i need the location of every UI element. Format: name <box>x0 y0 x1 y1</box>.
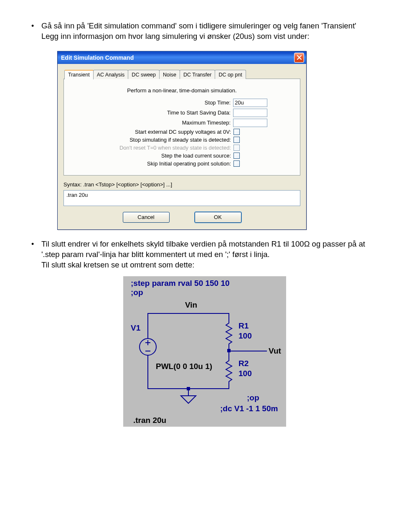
stop-time-input[interactable] <box>233 99 267 107</box>
v1-label: V1 <box>131 323 140 333</box>
directive-dc: ;dc V1 -1 1 50m <box>220 404 278 413</box>
edit-sim-dialog: Edit Simulation Command Transient AC Ana… <box>57 51 307 230</box>
directive-tran: .tran 20u <box>133 416 166 425</box>
r2-value: 100 <box>239 369 252 378</box>
dialog-titlebar: Edit Simulation Command <box>58 51 306 64</box>
no-reset-checkbox <box>233 145 240 151</box>
net-vut: Vut <box>269 346 281 356</box>
resistor-r2-icon <box>225 358 233 384</box>
start-save-input[interactable] <box>233 109 267 117</box>
no-reset-label: Don't reset T=0 when steady state is det… <box>71 145 233 151</box>
tab-noise[interactable]: Noise <box>159 70 180 79</box>
ok-button[interactable]: OK <box>195 212 241 223</box>
ground-icon <box>181 396 196 404</box>
resistor-r1-icon <box>225 321 233 346</box>
cancel-button[interactable]: Cancel <box>123 212 170 223</box>
max-step-input[interactable] <box>233 119 267 127</box>
bullet-1: Gå så inn på 'Edit simulation command' s… <box>27 21 374 42</box>
directive-step: ;step param rval 50 150 10 <box>131 279 230 288</box>
tab-dc-transfer[interactable]: DC Transfer <box>180 70 215 79</box>
step-load-checkbox[interactable] <box>233 153 240 159</box>
r2-label: R2 <box>239 359 249 368</box>
tab-transient[interactable]: Transient <box>64 70 94 79</box>
skip-op-checkbox[interactable] <box>233 160 240 167</box>
net-vin: Vin <box>185 300 197 310</box>
skip-op-label: Skip Initial operating point solution: <box>71 160 233 167</box>
bullet-list-2: Til slutt endrer vi for enkelhets skyld … <box>27 239 374 270</box>
bullet-list: Gå så inn på 'Edit simulation command' s… <box>27 21 374 42</box>
svg-marker-6 <box>181 396 196 403</box>
start-save-label: Time to Start Saving Data: <box>71 109 233 116</box>
directive-op2: ;op <box>247 393 259 402</box>
tab-dc-sweep[interactable]: DC sweep <box>128 70 160 79</box>
sim-description: Perform a non-linear, time-domain simula… <box>71 87 293 94</box>
pwl-label: PWL(0 0 10u 1) <box>156 362 212 371</box>
voltage-source-icon <box>139 332 157 362</box>
bullet-2: Til slutt endrer vi for enkelhets skyld … <box>27 239 374 270</box>
directive-op1: ;op <box>131 288 143 297</box>
tab-ac-analysis[interactable]: AC Analysis <box>93 70 129 79</box>
dialog-title: Edit Simulation Command <box>61 54 294 61</box>
ext-dc-label: Start external DC supply voltages at 0V: <box>71 129 233 135</box>
bullet-2-line-2: Til slutt skal kretsen se ut omtrent som… <box>41 260 194 269</box>
tab-panel: Perform a non-linear, time-domain simula… <box>63 79 300 176</box>
command-input[interactable]: .tran 20u <box>63 190 300 206</box>
bullet-2-line-1: Til slutt endrer vi for enkelhets skyld … <box>41 239 365 259</box>
schematic-image: ;step param rval 50 150 10 ;op Vin V1 PW… <box>123 276 286 427</box>
stop-time-label: Stop Time: <box>71 99 233 106</box>
stop-steady-label: Stop simulating if steady state is detec… <box>71 137 233 143</box>
max-step-label: Maximum Timestep: <box>71 120 233 126</box>
bullet-1-line-1: Gå så inn på 'Edit simulation command' s… <box>41 21 356 30</box>
bullet-1-line-2: Legg inn informasjon om hvor lang simule… <box>41 32 310 41</box>
close-icon[interactable] <box>294 53 304 63</box>
tabs: Transient AC Analysis DC sweep Noise DC … <box>63 70 300 79</box>
r1-label: R1 <box>239 321 249 331</box>
r1-value: 100 <box>239 331 252 341</box>
stop-steady-checkbox[interactable] <box>233 137 240 143</box>
syntax-label: Syntax: .tran <Tstop> [<option> [<option… <box>63 181 300 188</box>
step-load-label: Step the load current source: <box>71 153 233 159</box>
tab-dc-op-pnt[interactable]: DC op pnt <box>215 70 246 79</box>
ext-dc-checkbox[interactable] <box>233 129 240 135</box>
